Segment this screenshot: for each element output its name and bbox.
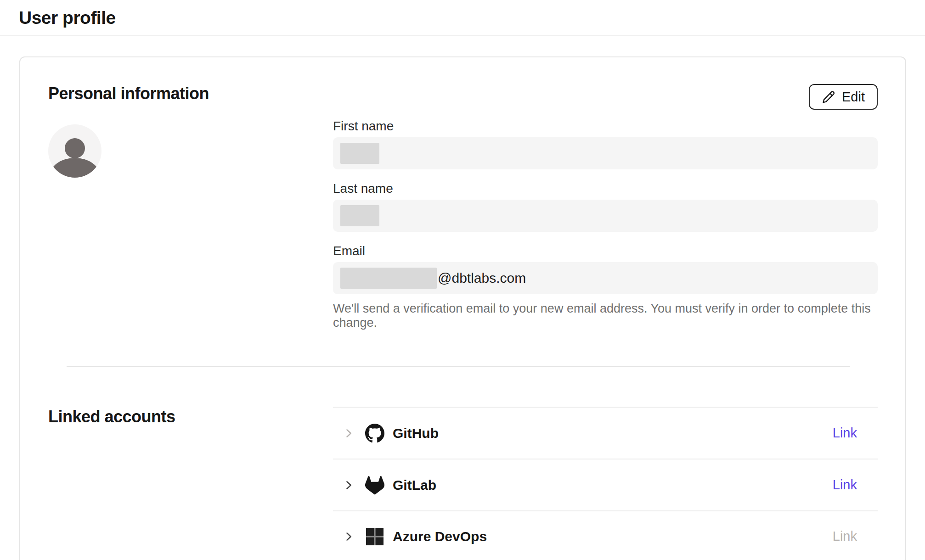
pencil-icon (822, 90, 835, 104)
last-name-field[interactable] (333, 200, 878, 232)
avatar (48, 124, 102, 178)
linked-account-row-github[interactable]: GitHub Link (333, 407, 878, 459)
gitlab-icon (365, 476, 384, 495)
edit-button[interactable]: Edit (809, 84, 878, 110)
redacted-value (340, 268, 437, 289)
linked-accounts-heading: Linked accounts (48, 407, 333, 426)
linked-accounts-list: GitHub Link GitLab Link (333, 407, 878, 560)
email-group: Email @dbtlabs.com We'll send a verifica… (333, 245, 878, 330)
linked-accounts-section: Linked accounts GitHub Link (20, 367, 905, 560)
page-header: User profile (0, 0, 925, 36)
last-name-label: Last name (333, 182, 878, 195)
email-label: Email (333, 245, 878, 258)
avatar-column (48, 120, 333, 330)
email-help-text: We'll send a verification email to your … (333, 302, 878, 330)
redacted-value (340, 205, 379, 226)
personal-information-heading: Personal information (48, 84, 878, 103)
linked-account-row-azure-devops[interactable]: Azure DevOps Link (333, 510, 878, 560)
first-name-field[interactable] (333, 137, 878, 169)
personal-information-section: Personal information Edit First name (20, 57, 905, 367)
first-name-group: First name (333, 120, 878, 169)
azure-devops-icon (365, 527, 384, 546)
link-azure-devops-button: Link (833, 529, 857, 544)
redacted-value (340, 143, 379, 164)
chevron-right-icon[interactable] (342, 479, 355, 492)
chevron-right-icon[interactable] (342, 530, 355, 543)
github-icon (365, 424, 384, 443)
provider-name: GitLab (393, 477, 436, 493)
linked-heading-column: Linked accounts (48, 367, 333, 560)
chevron-right-icon[interactable] (342, 427, 355, 440)
linked-account-row-gitlab[interactable]: GitLab Link (333, 459, 878, 510)
personal-info-form: First name Last name Email @dbtlabs. (333, 120, 878, 330)
email-domain-text: @dbtlabs.com (438, 270, 526, 286)
link-gitlab-button[interactable]: Link (833, 477, 857, 493)
section-divider (67, 366, 850, 367)
profile-card: Personal information Edit First name (19, 56, 906, 560)
edit-button-label: Edit (842, 90, 865, 105)
provider-name: Azure DevOps (393, 529, 487, 544)
page-title: User profile (19, 8, 116, 28)
email-field[interactable]: @dbtlabs.com (333, 262, 878, 294)
provider-name: GitHub (393, 426, 439, 441)
link-github-button[interactable]: Link (833, 426, 857, 441)
first-name-label: First name (333, 120, 878, 133)
last-name-group: Last name (333, 182, 878, 232)
